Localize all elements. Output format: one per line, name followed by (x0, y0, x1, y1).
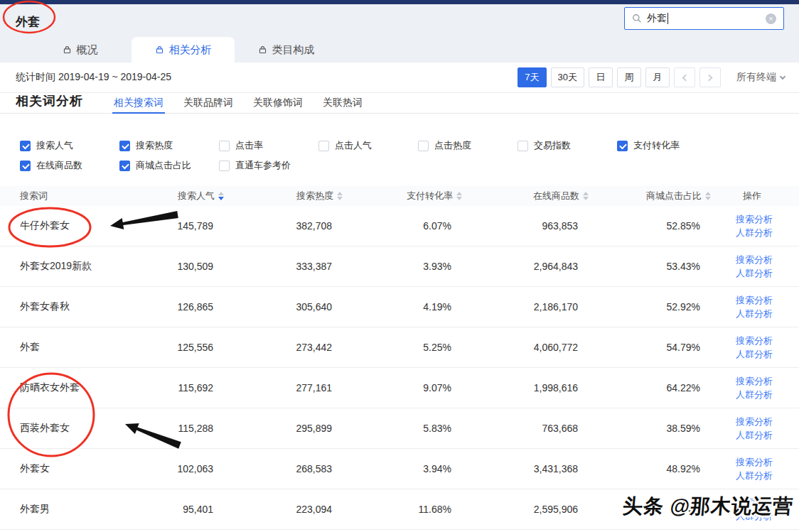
subtab-关联品牌词[interactable]: 关联品牌词 (183, 93, 233, 113)
search-analysis-link[interactable]: 搜索分析 (700, 212, 773, 226)
filter-点击人气[interactable]: 点击人气 (318, 139, 418, 152)
cell-actions: 搜索分析人群分析 (700, 455, 799, 482)
chevron-left-icon (682, 74, 690, 81)
tab-概况[interactable]: 概况 (28, 37, 132, 63)
column-header-搜索人气[interactable]: 搜索人气 (149, 190, 213, 202)
cell-online_products: 4,060,772 (451, 342, 578, 353)
header-label: 商城点击占比 (646, 190, 702, 202)
filter-搜索热度[interactable]: 搜索热度 (119, 139, 219, 152)
crowd-analysis-link[interactable]: 人群分析 (700, 307, 773, 320)
filter-label: 商城点击占比 (136, 159, 191, 172)
terminal-dropdown[interactable]: 所有终端 (736, 71, 785, 84)
cell-online_products: 2,595,906 (451, 504, 578, 515)
chevron-right-icon (706, 74, 713, 81)
cell-keyword: 外套女春秋 (20, 300, 149, 313)
header-label: 搜索人气 (178, 190, 215, 202)
cell-search_heat: 223,094 (213, 504, 332, 515)
cell-online_products: 3,431,368 (451, 463, 578, 474)
crowd-analysis-link[interactable]: 人群分析 (700, 428, 773, 442)
cell-mall_click_ratio: 64.22% (578, 382, 700, 393)
filter-搜索人气[interactable]: 搜索人气 (20, 139, 119, 152)
watermark: 头条 @那木说运营 (621, 493, 794, 520)
search-analysis-link[interactable]: 搜索分析 (700, 374, 773, 388)
table-body: 牛仔外套女145,789382,7086.07%963,85352.85%搜索分… (0, 206, 799, 530)
filter-label: 点击热度 (434, 139, 471, 152)
checkbox-icon (20, 161, 31, 171)
cell-search_popularity: 102,063 (149, 463, 213, 474)
tab-类目构成[interactable]: 类目构成 (235, 37, 338, 63)
search-analysis-link[interactable]: 搜索分析 (700, 253, 773, 266)
bag-icon (63, 45, 72, 55)
checkbox-icon (219, 141, 230, 151)
filter-商城点击占比[interactable]: 商城点击占比 (119, 159, 219, 172)
cell-search_heat: 333,387 (213, 261, 332, 272)
cell-search_heat: 305,640 (213, 301, 332, 313)
cell-actions: 搜索分析人群分析 (700, 334, 799, 361)
cell-online_products: 763,668 (451, 423, 578, 434)
filter-label: 在线商品数 (36, 159, 82, 172)
page-header: 外套 外套 × 概况相关分析类目构成 (0, 4, 799, 63)
checkbox-icon (119, 161, 130, 171)
header-label: 支付转化率 (407, 190, 453, 202)
crowd-analysis-link[interactable]: 人群分析 (700, 266, 773, 280)
search-analysis-link[interactable]: 搜索分析 (700, 334, 773, 347)
cell-keyword: 防晒衣女外套 (20, 381, 149, 394)
cell-mall_click_ratio: 52.92% (578, 301, 700, 313)
range-button-30天[interactable]: 30天 (551, 67, 584, 87)
cell-actions: 搜索分析人群分析 (700, 253, 799, 280)
cell-search_heat: 268,583 (213, 463, 332, 474)
section-title: 相关词分析 (16, 95, 114, 111)
subtab-相关搜索词[interactable]: 相关搜索词 (114, 93, 163, 113)
table-row: 外套女102,063268,5833.94%3,431,36848.92%搜索分… (0, 449, 799, 489)
tab-label: 相关分析 (169, 43, 212, 57)
cell-pay_conversion: 4.19% (332, 301, 451, 313)
column-header-商城点击占比[interactable]: 商城点击占比 (578, 190, 700, 202)
metric-filters: 搜索人气搜索热度点击率点击人气点击热度交易指数支付转化率在线商品数商城点击占比直… (20, 139, 799, 172)
tab-相关分析[interactable]: 相关分析 (132, 37, 235, 63)
table-header: 搜索词搜索人气搜索热度支付转化率在线商品数商城点击占比操作 (0, 186, 799, 206)
crowd-analysis-link[interactable]: 人群分析 (700, 469, 773, 482)
range-button-7天[interactable]: 7天 (518, 67, 546, 87)
clear-icon[interactable]: × (766, 13, 776, 24)
filter-直通车参考价[interactable]: 直通车参考价 (219, 159, 318, 172)
cell-pay_conversion: 5.25% (332, 342, 451, 353)
cell-mall_click_ratio: 52.85% (578, 220, 700, 232)
subtab-关联修饰词[interactable]: 关联修饰词 (253, 93, 303, 113)
filter-点击热度[interactable]: 点击热度 (418, 139, 518, 152)
crowd-analysis-link[interactable]: 人群分析 (700, 347, 773, 361)
search-analysis-link[interactable]: 搜索分析 (700, 415, 773, 428)
app-window: 外套 外套 × 概况相关分析类目构成 统计时间 2019-04-19 ~ 201… (0, 0, 799, 532)
search-value: 外套 (647, 12, 667, 25)
range-button-周[interactable]: 周 (617, 67, 641, 87)
search-analysis-link[interactable]: 搜索分析 (700, 455, 773, 469)
cell-mall_click_ratio: 54.79% (578, 342, 700, 353)
subtab-关联热词[interactable]: 关联热词 (323, 93, 363, 113)
filter-在线商品数[interactable]: 在线商品数 (20, 159, 119, 172)
filter-交易指数[interactable]: 交易指数 (518, 139, 617, 152)
range-button-日[interactable]: 日 (589, 67, 613, 87)
crowd-analysis-link[interactable]: 人群分析 (700, 226, 773, 239)
filter-点击率[interactable]: 点击率 (219, 139, 318, 152)
search-input[interactable]: 外套 × (624, 7, 784, 30)
cell-actions: 搜索分析人群分析 (700, 212, 799, 239)
range-button-月[interactable]: 月 (645, 67, 670, 87)
next-page-button[interactable] (699, 67, 721, 87)
cell-search_popularity: 130,509 (149, 261, 213, 272)
search-analysis-link[interactable]: 搜索分析 (700, 293, 773, 307)
column-header-搜索热度[interactable]: 搜索热度 (213, 190, 332, 202)
prev-page-button[interactable] (674, 67, 695, 87)
cell-keyword: 牛仔外套女 (20, 219, 149, 232)
chevron-down-icon (780, 73, 785, 79)
cell-online_products: 1,998,616 (451, 382, 578, 393)
filter-label: 搜索热度 (136, 139, 173, 152)
filter-支付转化率[interactable]: 支付转化率 (617, 139, 717, 152)
date-range-buttons: 7天30天日周月 (513, 67, 670, 87)
column-header-在线商品数[interactable]: 在线商品数 (451, 190, 578, 202)
column-header-搜索词: 搜索词 (20, 190, 149, 202)
column-header-支付转化率[interactable]: 支付转化率 (332, 190, 451, 202)
filter-label: 支付转化率 (633, 139, 680, 152)
table-row: 外套125,556273,4425.25%4,060,77254.79%搜索分析… (0, 327, 799, 368)
cell-search_heat: 277,161 (213, 382, 332, 393)
crowd-analysis-link[interactable]: 人群分析 (700, 388, 773, 401)
checkbox-icon (318, 141, 329, 151)
